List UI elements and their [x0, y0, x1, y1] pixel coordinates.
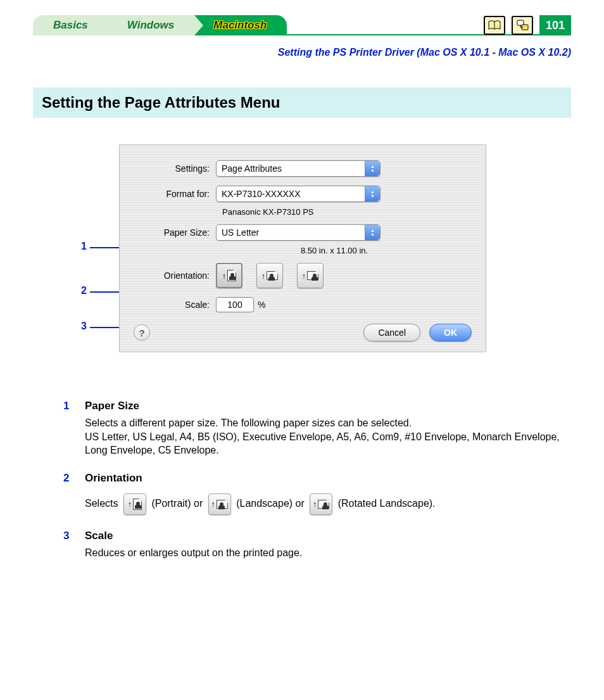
callout-2: 2: [81, 285, 87, 296]
desc-3-num: 3: [63, 529, 85, 560]
desc-2-line: Selects ↑ (Portrait) or ↑ (Landscape) or…: [85, 493, 560, 515]
portrait-icon: ↑: [123, 493, 146, 515]
landscape-icon: ↑: [208, 493, 231, 515]
section-title: Setting the Page Attributes Menu: [42, 94, 562, 111]
tab-basics[interactable]: Basics: [33, 15, 108, 35]
descriptions: 1 Paper Size Selects a different paper s…: [63, 399, 560, 573]
top-nav-bar: Basics Windows Macintosh 101: [33, 15, 571, 35]
paper-dimensions: 8.50 in. x 11.00 in.: [197, 246, 472, 255]
page-number: 101: [539, 15, 571, 35]
format-for-label: Format for:: [134, 189, 216, 199]
desc-2-num: 2: [63, 471, 85, 515]
settings-value: Page Attributes: [222, 163, 282, 174]
settings-label: Settings:: [134, 163, 216, 174]
desc-2-title: Orientation: [85, 471, 560, 486]
scale-label: Scale:: [134, 300, 216, 310]
desc-1-line1: Selects a different paper size. The foll…: [85, 416, 560, 430]
desc-1-line2: US Letter, US Legal, A4, B5 (ISO), Execu…: [85, 430, 560, 457]
network-icon[interactable]: [512, 16, 533, 35]
desc-1-num: 1: [63, 399, 85, 457]
cancel-button[interactable]: Cancel: [363, 324, 420, 341]
scale-unit: %: [258, 300, 265, 310]
format-for-value: KX-P7310-XXXXXX: [222, 189, 301, 199]
section-title-bar: Setting the Page Attributes Menu: [33, 87, 571, 118]
dropdown-arrows-icon: ▲▼: [365, 161, 380, 176]
desc-1-title: Paper Size: [85, 399, 560, 414]
rotated-landscape-icon: ↑: [310, 493, 332, 515]
orientation-rotated-landscape-button[interactable]: ↑: [297, 263, 324, 288]
dropdown-arrows-icon: ▲▼: [365, 225, 380, 240]
callout-1: 1: [81, 241, 87, 252]
paper-size-select[interactable]: US Letter ▲▼: [216, 224, 381, 241]
settings-select[interactable]: Page Attributes ▲▼: [216, 160, 381, 177]
scale-input[interactable]: 100: [216, 297, 254, 312]
desc-3-title: Scale: [85, 529, 560, 544]
callout-3: 3: [81, 321, 87, 332]
breadcrumb-subtitle: Setting the PS Printer Driver (Mac OS X …: [278, 47, 571, 58]
desc-3-line1: Reduces or enlarges output on the printe…: [85, 546, 560, 560]
ok-button[interactable]: OK: [429, 324, 472, 341]
printer-subtext: Panasonic KX-P7310 PS: [222, 207, 472, 217]
dropdown-arrows-icon: ▲▼: [365, 186, 380, 201]
book-icon[interactable]: [484, 16, 505, 35]
format-for-select[interactable]: KX-P7310-XXXXXX ▲▼: [216, 186, 381, 202]
paper-size-label: Paper Size:: [134, 227, 216, 238]
page-setup-dialog: Settings: Page Attributes ▲▼ Format for:…: [119, 144, 486, 352]
help-button[interactable]: ?: [134, 324, 150, 341]
paper-size-value: US Letter: [222, 227, 259, 238]
orientation-landscape-button[interactable]: ↑: [256, 263, 283, 288]
orientation-label: Orientation:: [134, 270, 216, 281]
orientation-portrait-button[interactable]: ↑: [216, 263, 242, 288]
